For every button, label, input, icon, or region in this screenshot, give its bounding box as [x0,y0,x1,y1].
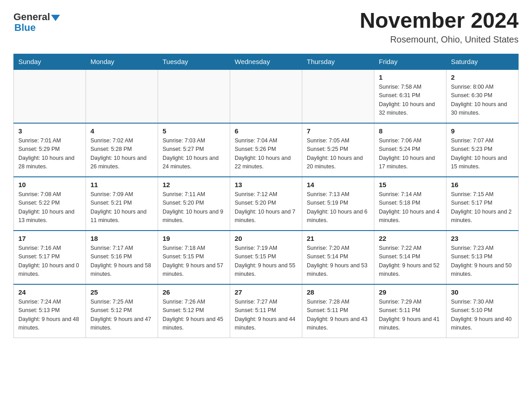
day-cell: 22Sunrise: 7:22 AMSunset: 5:14 PMDayligh… [374,231,446,284]
day-info: Sunrise: 7:19 AMSunset: 5:15 PMDaylight:… [235,244,297,279]
day-cell: 9Sunrise: 7:07 AMSunset: 5:23 PMDaylight… [446,123,519,177]
day-number: 17 [18,235,81,242]
day-number: 23 [451,235,514,242]
week-row-4: 17Sunrise: 7:16 AMSunset: 5:17 PMDayligh… [14,231,519,284]
day-info: Sunrise: 7:20 AMSunset: 5:14 PMDaylight:… [307,244,369,279]
day-number: 30 [451,288,514,296]
day-cell: 30Sunrise: 7:30 AMSunset: 5:10 PMDayligh… [446,284,519,338]
logo-blue-text: Blue [14,22,36,34]
day-cell: 14Sunrise: 7:13 AMSunset: 5:19 PMDayligh… [302,177,374,231]
day-number: 15 [379,181,442,188]
week-row-1: 1Sunrise: 7:58 AMSunset: 6:31 PMDaylight… [14,69,519,123]
day-info: Sunrise: 7:15 AMSunset: 5:17 PMDaylight:… [451,190,514,225]
day-number: 9 [451,127,514,135]
day-number: 22 [379,235,442,242]
day-cell: 10Sunrise: 7:08 AMSunset: 5:22 PMDayligh… [14,177,86,231]
header-friday: Friday [374,54,446,69]
day-info: Sunrise: 7:18 AMSunset: 5:15 PMDaylight:… [163,244,225,279]
day-number: 8 [379,127,442,135]
day-info: Sunrise: 7:29 AMSunset: 5:11 PMDaylight:… [379,298,442,333]
week-row-5: 24Sunrise: 7:24 AMSunset: 5:13 PMDayligh… [14,284,519,338]
day-info: Sunrise: 7:23 AMSunset: 5:13 PMDaylight:… [451,244,514,279]
day-cell: 29Sunrise: 7:29 AMSunset: 5:11 PMDayligh… [374,284,446,338]
day-info: Sunrise: 7:03 AMSunset: 5:27 PMDaylight:… [163,137,225,171]
day-number: 3 [18,127,81,135]
day-cell [86,69,158,123]
day-cell: 24Sunrise: 7:24 AMSunset: 5:13 PMDayligh… [14,284,86,338]
day-info: Sunrise: 7:28 AMSunset: 5:11 PMDaylight:… [307,298,369,333]
day-info: Sunrise: 7:09 AMSunset: 5:21 PMDaylight:… [90,190,153,225]
day-number: 14 [307,181,369,188]
day-cell: 20Sunrise: 7:19 AMSunset: 5:15 PMDayligh… [230,231,302,284]
day-info: Sunrise: 8:00 AMSunset: 6:30 PMDaylight:… [451,83,514,118]
day-info: Sunrise: 7:02 AMSunset: 5:28 PMDaylight:… [90,137,153,171]
day-cell: 6Sunrise: 7:04 AMSunset: 5:26 PMDaylight… [230,123,302,177]
day-number: 20 [235,235,297,242]
month-title: November 2024 [360,9,519,33]
day-cell: 12Sunrise: 7:11 AMSunset: 5:20 PMDayligh… [158,177,230,231]
location-title: Rosemount, Ohio, United States [360,34,519,45]
day-info: Sunrise: 7:17 AMSunset: 5:16 PMDaylight:… [90,244,153,279]
day-number: 12 [163,181,225,188]
day-info: Sunrise: 7:22 AMSunset: 5:14 PMDaylight:… [379,244,442,279]
logo: General Blue [13,9,60,34]
logo-arrow-icon [51,15,60,21]
day-info: Sunrise: 7:07 AMSunset: 5:23 PMDaylight:… [451,137,514,171]
header-monday: Monday [86,54,158,69]
calendar-table: SundayMondayTuesdayWednesdayThursdayFrid… [13,54,519,338]
day-cell: 15Sunrise: 7:14 AMSunset: 5:18 PMDayligh… [374,177,446,231]
day-number: 26 [163,288,225,296]
day-number: 4 [90,127,153,135]
day-info: Sunrise: 7:27 AMSunset: 5:11 PMDaylight:… [235,298,297,333]
day-number: 16 [451,181,514,188]
day-cell: 23Sunrise: 7:23 AMSunset: 5:13 PMDayligh… [446,231,519,284]
title-area: November 2024 Rosemount, Ohio, United St… [360,9,519,45]
day-number: 1 [379,73,442,81]
header-tuesday: Tuesday [158,54,230,69]
day-info: Sunrise: 7:13 AMSunset: 5:19 PMDaylight:… [307,190,369,225]
day-number: 11 [90,181,153,188]
day-cell: 21Sunrise: 7:20 AMSunset: 5:14 PMDayligh… [302,231,374,284]
day-cell: 18Sunrise: 7:17 AMSunset: 5:16 PMDayligh… [86,231,158,284]
day-cell: 5Sunrise: 7:03 AMSunset: 5:27 PMDaylight… [158,123,230,177]
day-info: Sunrise: 7:58 AMSunset: 6:31 PMDaylight:… [379,83,442,118]
day-cell: 4Sunrise: 7:02 AMSunset: 5:28 PMDaylight… [86,123,158,177]
day-info: Sunrise: 7:06 AMSunset: 5:24 PMDaylight:… [379,137,442,171]
day-cell [158,69,230,123]
day-info: Sunrise: 7:05 AMSunset: 5:25 PMDaylight:… [307,137,369,171]
day-number: 2 [451,73,514,81]
day-cell: 13Sunrise: 7:12 AMSunset: 5:20 PMDayligh… [230,177,302,231]
day-cell: 25Sunrise: 7:25 AMSunset: 5:12 PMDayligh… [86,284,158,338]
day-cell: 1Sunrise: 7:58 AMSunset: 6:31 PMDaylight… [374,69,446,123]
day-number: 6 [235,127,297,135]
day-cell: 28Sunrise: 7:28 AMSunset: 5:11 PMDayligh… [302,284,374,338]
day-cell [302,69,374,123]
day-number: 25 [90,288,153,296]
day-info: Sunrise: 7:26 AMSunset: 5:12 PMDaylight:… [163,298,225,333]
day-info: Sunrise: 7:14 AMSunset: 5:18 PMDaylight:… [379,190,442,225]
day-info: Sunrise: 7:25 AMSunset: 5:12 PMDaylight:… [90,298,153,333]
day-cell: 17Sunrise: 7:16 AMSunset: 5:17 PMDayligh… [14,231,86,284]
day-cell: 11Sunrise: 7:09 AMSunset: 5:21 PMDayligh… [86,177,158,231]
header-wednesday: Wednesday [230,54,302,69]
day-number: 24 [18,288,81,296]
header-row: SundayMondayTuesdayWednesdayThursdayFrid… [14,54,519,69]
day-info: Sunrise: 7:04 AMSunset: 5:26 PMDaylight:… [235,137,297,171]
day-cell: 19Sunrise: 7:18 AMSunset: 5:15 PMDayligh… [158,231,230,284]
logo-general-text: General [13,11,50,23]
day-number: 18 [90,235,153,242]
day-cell [230,69,302,123]
header-thursday: Thursday [302,54,374,69]
day-number: 7 [307,127,369,135]
day-number: 28 [307,288,369,296]
day-number: 5 [163,127,225,135]
day-number: 29 [379,288,442,296]
day-number: 27 [235,288,297,296]
day-number: 19 [163,235,225,242]
day-cell: 3Sunrise: 7:01 AMSunset: 5:29 PMDaylight… [14,123,86,177]
day-info: Sunrise: 7:08 AMSunset: 5:22 PMDaylight:… [18,190,81,225]
week-row-3: 10Sunrise: 7:08 AMSunset: 5:22 PMDayligh… [14,177,519,231]
header-saturday: Saturday [446,54,519,69]
day-cell: 27Sunrise: 7:27 AMSunset: 5:11 PMDayligh… [230,284,302,338]
day-number: 13 [235,181,297,188]
